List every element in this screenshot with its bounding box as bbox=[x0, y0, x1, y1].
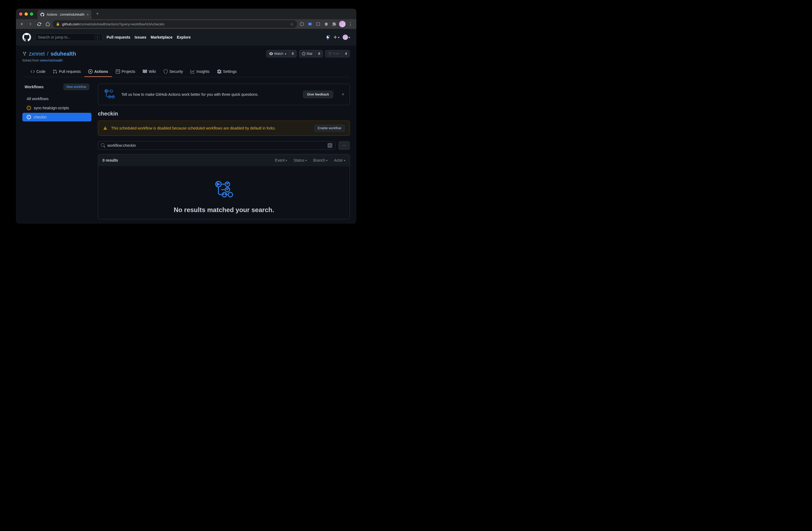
window-close-button[interactable] bbox=[19, 12, 23, 16]
results-box: 0 results Event▾ Status▾ Branch▾ Actor▾ … bbox=[98, 154, 350, 219]
search-icon bbox=[101, 143, 105, 147]
enable-workflow-button[interactable]: Enable workflow bbox=[314, 125, 345, 132]
new-tab-button[interactable]: + bbox=[93, 11, 101, 17]
extensions-button[interactable] bbox=[331, 20, 338, 28]
search-slash-hint: / bbox=[95, 35, 100, 40]
actions-icon bbox=[104, 88, 116, 101]
warning-icon bbox=[103, 126, 107, 130]
svg-point-12 bbox=[223, 194, 223, 195]
nav-explore[interactable]: Explore bbox=[177, 35, 190, 39]
window-maximize-button[interactable] bbox=[30, 12, 33, 16]
sidebar-item-sync[interactable]: sync-healsign-scripts bbox=[23, 104, 91, 112]
filter-branch[interactable]: Branch▾ bbox=[313, 158, 328, 162]
svg-point-9 bbox=[228, 192, 233, 197]
sidebar-title: Workflows bbox=[25, 85, 44, 89]
browser-window: Actions · zxnnet/sduhealth × + 🔒 github.… bbox=[16, 9, 357, 224]
filter-input-wrapper[interactable]: × bbox=[98, 141, 335, 150]
extension-icon[interactable] bbox=[306, 20, 314, 28]
warning-text: This scheduled workflow is disabled beca… bbox=[111, 126, 310, 130]
github-search[interactable]: Search or jump to... / bbox=[35, 33, 102, 41]
tab-pulls[interactable]: Pull requests bbox=[49, 67, 84, 77]
tab-security[interactable]: Security bbox=[160, 67, 187, 77]
github-header: Search or jump to... / Pull requests Iss… bbox=[16, 29, 357, 46]
github-logo[interactable] bbox=[23, 33, 31, 42]
workflows-sidebar: Workflows New workflow All workflows syn… bbox=[23, 84, 91, 223]
svg-rect-1 bbox=[308, 23, 311, 25]
workflow-status-icon bbox=[27, 115, 31, 119]
clear-filter-button[interactable]: × bbox=[328, 143, 332, 148]
feedback-text: Tell us how to make GitHub Actions work … bbox=[121, 92, 298, 97]
reload-button[interactable] bbox=[35, 20, 43, 28]
more-options-button[interactable]: ··· bbox=[338, 141, 350, 150]
fork-button-group[interactable]: Fork 4 bbox=[325, 50, 350, 57]
back-button[interactable] bbox=[18, 20, 26, 28]
warning-banner: This scheduled workflow is disabled beca… bbox=[98, 120, 350, 136]
new-workflow-button[interactable]: New workflow bbox=[63, 84, 89, 90]
results-count: 0 results bbox=[102, 158, 118, 162]
tab-projects[interactable]: Projects bbox=[112, 67, 139, 77]
tab-actions[interactable]: Actions bbox=[84, 67, 112, 77]
page-title: checkin bbox=[98, 111, 350, 117]
main-content: Workflows New workflow All workflows syn… bbox=[16, 77, 357, 224]
notification-indicator bbox=[328, 34, 331, 37]
user-menu[interactable]: ▾ bbox=[343, 34, 350, 40]
create-new-button[interactable]: ▾ bbox=[333, 35, 339, 39]
sidebar-item-label: checkin bbox=[34, 115, 46, 119]
content-area: Tell us how to make GitHub Actions work … bbox=[98, 84, 350, 223]
svg-point-13 bbox=[225, 194, 226, 195]
github-favicon bbox=[40, 12, 44, 17]
tab-insights[interactable]: Insights bbox=[187, 67, 213, 77]
svg-rect-2 bbox=[316, 23, 320, 26]
filter-status[interactable]: Status▾ bbox=[293, 158, 307, 162]
bookmark-star-icon[interactable]: ☆ bbox=[290, 21, 294, 27]
star-button-group[interactable]: Star 0 bbox=[299, 50, 323, 57]
tab-close-button[interactable]: × bbox=[87, 12, 89, 17]
address-bar[interactable]: 🔒 github.com/zxnnet/sduhealth/actions?qu… bbox=[53, 20, 297, 28]
sidebar-item-label: All workflows bbox=[27, 97, 48, 101]
watch-button-group[interactable]: Watch▾ 0 bbox=[266, 50, 296, 57]
window-controls bbox=[19, 12, 33, 16]
close-icon[interactable]: × bbox=[342, 92, 344, 97]
tab-settings[interactable]: Settings bbox=[213, 67, 241, 77]
filter-input[interactable] bbox=[107, 143, 325, 147]
tab-code[interactable]: Code bbox=[27, 67, 49, 77]
avatar bbox=[343, 34, 348, 40]
extension-icon[interactable] bbox=[298, 20, 306, 28]
forked-from-text: forked from viewv/sduhealth bbox=[23, 59, 350, 62]
filter-row: × ··· bbox=[98, 141, 350, 150]
results-header: 0 results Event▾ Status▾ Branch▾ Actor▾ bbox=[98, 154, 350, 166]
browser-tab-bar: Actions · zxnnet/sduhealth × + bbox=[16, 9, 357, 19]
lock-icon: 🔒 bbox=[56, 22, 60, 26]
sidebar-item-all[interactable]: All workflows bbox=[23, 95, 91, 103]
tab-wiki[interactable]: Wiki bbox=[139, 67, 159, 77]
nav-marketplace[interactable]: Marketplace bbox=[151, 35, 173, 39]
fork-icon bbox=[23, 52, 27, 56]
browser-menu-button[interactable]: ⋮ bbox=[347, 20, 354, 28]
sidebar-item-checkin[interactable]: checkin bbox=[23, 113, 91, 121]
give-feedback-button[interactable]: Give feedback bbox=[303, 91, 333, 98]
repo-name-link[interactable]: sduhealth bbox=[51, 51, 76, 57]
browser-toolbar: 🔒 github.com/zxnnet/sduhealth/actions?qu… bbox=[16, 19, 357, 29]
url-text: github.com/zxnnet/sduhealth/actions?quer… bbox=[62, 22, 164, 26]
filter-event[interactable]: Event▾ bbox=[275, 158, 287, 162]
nav-issues[interactable]: Issues bbox=[135, 35, 146, 39]
nav-pulls[interactable]: Pull requests bbox=[106, 35, 130, 39]
forward-button[interactable] bbox=[27, 20, 34, 28]
forked-from-link[interactable]: viewv/sduhealth bbox=[40, 59, 62, 62]
svg-point-8 bbox=[222, 192, 227, 197]
filter-actor[interactable]: Actor▾ bbox=[334, 158, 345, 162]
repo-tabs: Code Pull requests Actions Projects Wiki… bbox=[23, 67, 350, 77]
github-nav: Pull requests Issues Marketplace Explore bbox=[106, 35, 191, 39]
home-button[interactable] bbox=[44, 20, 52, 28]
browser-tab[interactable]: Actions · zxnnet/sduhealth × bbox=[38, 10, 91, 19]
notifications-button[interactable] bbox=[325, 35, 330, 39]
extension-icon[interactable] bbox=[322, 20, 330, 28]
repo-owner-link[interactable]: zxnnet bbox=[29, 51, 45, 57]
window-minimize-button[interactable] bbox=[25, 12, 28, 16]
empty-state-icon bbox=[104, 180, 344, 200]
feedback-banner: Tell us how to make GitHub Actions work … bbox=[98, 84, 350, 105]
extension-icon[interactable] bbox=[314, 20, 322, 28]
repo-header: zxnnet / sduhealth Watch▾ 0 Star 0 Fork … bbox=[16, 46, 357, 77]
profile-button[interactable] bbox=[338, 20, 346, 28]
search-placeholder: Search or jump to... bbox=[38, 35, 95, 39]
